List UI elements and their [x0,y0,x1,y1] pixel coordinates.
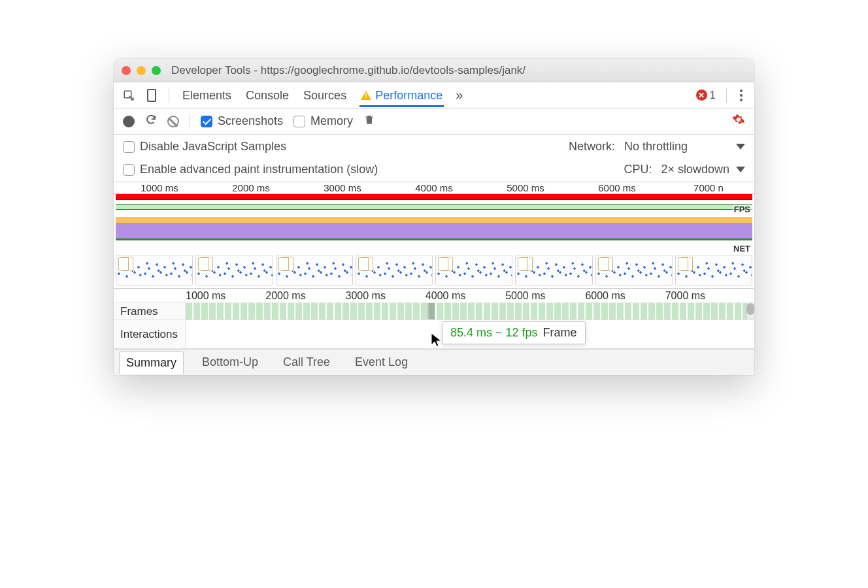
cpu-throttle-select[interactable]: 2× slowdown [661,163,745,176]
tick: 1000 ms [186,290,265,302]
screenshot-thumb[interactable] [356,255,433,286]
kebab-menu-button[interactable] [737,87,745,104]
screenshot-strip[interactable] [114,252,754,289]
tab-performance[interactable]: Performance [359,84,444,107]
tick: 1000 ms [114,182,205,193]
checkbox-label: Disable JavaScript Samples [140,140,286,154]
scrollbar[interactable] [746,303,754,319]
tick: 7000 n [663,182,754,193]
frames-track[interactable]: Frames [114,303,754,320]
details-tabbar: Summary Bottom-Up Call Tree Event Log [114,349,754,375]
tooltip-kind: Frame [543,326,577,340]
screenshots-checkbox[interactable]: Screenshots [201,114,283,128]
error-icon: ✕ [696,90,707,101]
clear-button[interactable] [167,116,179,127]
network-label: Network: [569,140,615,154]
checkbox-icon [293,116,305,127]
select-value: 2× slowdown [661,163,729,176]
tick: 5000 ms [480,182,571,193]
screenshot-thumb[interactable] [116,255,193,286]
tab-label: Summary [126,356,176,369]
frame-tooltip: 85.4 ms ~ 12 fps Frame [442,321,586,344]
more-tabs-button[interactable]: » [456,88,463,103]
frames-area[interactable] [186,303,754,319]
tab-label: Performance [375,89,442,103]
mouse-cursor-icon [430,332,443,351]
screenshot-thumb[interactable] [515,255,592,286]
scrollbar-thumb[interactable] [746,303,754,315]
record-button[interactable] [123,116,135,127]
reload-record-button[interactable] [145,114,157,129]
tab-call-tree[interactable]: Call Tree [276,351,337,373]
track-label: Interactions [114,320,186,348]
interactions-track[interactable]: Interactions 85.4 ms ~ 12 fps Frame [114,320,754,349]
separator [169,88,169,103]
flamechart-ruler[interactable]: 1000 ms 2000 ms 3000 ms 4000 ms 5000 ms … [114,289,754,303]
enable-paint-instr-checkbox[interactable]: Enable advanced paint instrumentation (s… [123,163,378,176]
tick: 6000 ms [585,290,665,302]
tab-bottom-up[interactable]: Bottom-Up [195,351,265,373]
screenshot-thumb[interactable] [435,255,512,286]
screenshot-thumb[interactable] [195,255,273,286]
tab-event-log[interactable]: Event Log [348,351,414,373]
maximize-window-button[interactable] [152,66,161,75]
tab-label: Console [246,89,289,103]
window-controls [122,66,161,75]
separator [190,114,190,129]
svg-rect-1 [148,90,156,101]
tick: 3000 ms [297,182,388,193]
minimize-window-button[interactable] [137,66,146,75]
tick: 2000 ms [205,182,297,193]
separator [726,88,727,103]
screenshot-thumb[interactable] [595,255,673,286]
tick: 3000 ms [346,290,426,302]
select-value: No throttling [624,140,688,154]
tab-label: Event Log [355,355,408,368]
net-lane: NET [114,243,754,252]
performance-toolbar: Screenshots Memory [114,108,754,135]
tab-label: Call Tree [283,355,330,368]
tick: 4000 ms [388,182,480,193]
overview-timeline[interactable]: 1000 ms 2000 ms 3000 ms 4000 ms 5000 ms … [114,182,754,289]
checkbox-icon [201,116,212,127]
checkbox-label: Screenshots [218,114,283,128]
tick: 5000 ms [505,290,585,302]
tooltip-timing: 85.4 ms ~ 12 fps [450,326,538,340]
tick: 6000 ms [571,182,663,193]
lane-label: FPS [733,204,752,214]
screenshot-thumb[interactable] [276,255,353,286]
disable-js-samples-checkbox[interactable]: Disable JavaScript Samples [123,140,286,154]
tab-console[interactable]: Console [244,84,290,107]
warning-icon [361,91,371,100]
screenshot-thumb[interactable] [675,255,752,286]
inspect-element-icon[interactable] [123,90,135,101]
tab-label: Sources [303,89,346,103]
error-count[interactable]: ✕ 1 [696,89,716,102]
tick: 2000 ms [265,290,345,302]
chevron-down-icon[interactable] [736,144,745,150]
cpu-usage-chart [116,217,752,240]
lane-label: NET [732,244,752,253]
cpu-label: CPU: [624,163,652,176]
devtools-window: Developer Tools - https://googlechrome.g… [114,59,754,375]
window-title: Developer Tools - https://googlechrome.g… [171,64,526,77]
close-window-button[interactable] [122,66,131,75]
garbage-collect-button[interactable] [363,113,375,129]
device-toolbar-icon[interactable] [146,89,157,102]
tab-elements[interactable]: Elements [181,84,233,107]
capture-settings-button[interactable] [732,116,745,129]
capture-settings-panel: Disable JavaScript Samples Network: No t… [114,135,754,182]
titlebar[interactable]: Developer Tools - https://googlechrome.g… [114,59,754,82]
checkbox-label: Enable advanced paint instrumentation (s… [140,163,378,176]
network-throttle-select[interactable]: No throttling [624,140,688,154]
track-label: Frames [114,303,186,319]
hovered-frame [427,303,435,319]
memory-checkbox[interactable]: Memory [293,114,353,128]
tab-sources[interactable]: Sources [302,84,348,107]
chevron-down-icon [736,167,745,172]
tab-summary[interactable]: Summary [119,351,184,374]
fps-lane: FPS [114,204,754,217]
overview-ruler[interactable]: 1000 ms 2000 ms 3000 ms 4000 ms 5000 ms … [114,182,754,194]
checkbox-label: Memory [310,114,353,128]
checkbox-icon [123,164,135,176]
